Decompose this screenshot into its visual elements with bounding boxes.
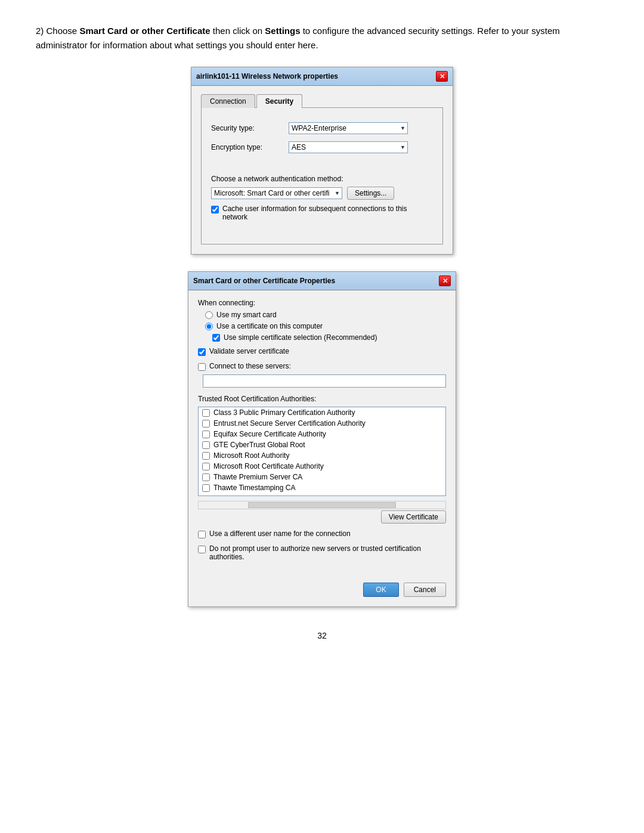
connect-servers-label: Connect to these servers: — [209, 362, 291, 370]
connect-servers-checkbox[interactable] — [198, 363, 206, 371]
dialog1-tab-panel: Security type: WPA2-Enterprise Encryptio… — [201, 107, 443, 244]
dialog2-titlebar: Smart Card or other Certificate Properti… — [188, 272, 456, 290]
use-smart-card-radio[interactable] — [205, 311, 213, 319]
cert-checkbox-4[interactable] — [202, 452, 210, 460]
simple-cert-checkbox-row: Use simple certificate selection (Recomm… — [198, 333, 446, 342]
connect-servers-row: Connect to these servers: — [198, 362, 446, 371]
cert-checkbox-5[interactable] — [202, 463, 210, 470]
use-different-username-row: Use a different user name for the connec… — [198, 529, 446, 538]
cert-checkbox-6[interactable] — [202, 473, 210, 481]
auth-method-row: Microsoft: Smart Card or other certifica… — [211, 187, 433, 200]
security-type-select[interactable]: WPA2-Enterprise — [289, 122, 408, 134]
dialog2-close-button[interactable]: ✕ — [439, 275, 451, 286]
encryption-type-row: Encryption type: AES — [211, 141, 433, 153]
dialog1-content: Connection Security Security type: WPA2-… — [191, 86, 453, 254]
cache-checkbox[interactable] — [211, 206, 219, 213]
simple-cert-label: Use simple certificate selection (Recomm… — [224, 333, 377, 342]
cert-checkbox-0[interactable] — [202, 409, 210, 417]
validate-server-row: Validate server certificate — [198, 347, 446, 356]
cert-checkbox-3[interactable] — [202, 441, 210, 449]
cert-item-2: Equifax Secure Certificate Authority — [199, 429, 445, 439]
dialog2-title: Smart Card or other Certificate Properti… — [193, 277, 335, 285]
security-type-label: Security type: — [211, 124, 289, 132]
cert-checkbox-7[interactable] — [202, 484, 210, 492]
cert-label-5: Microsoft Root Certificate Authority — [213, 462, 324, 470]
cert-item-1: Entrust.net Secure Server Certification … — [199, 418, 445, 429]
cert-label-0: Class 3 Public Primary Certification Aut… — [213, 408, 355, 417]
view-certificate-button[interactable]: View Certificate — [381, 510, 446, 524]
hscroll-thumb — [248, 502, 396, 508]
cert-item-0: Class 3 Public Primary Certification Aut… — [199, 407, 445, 418]
cache-checkbox-row: Cache user information for subsequent co… — [211, 205, 433, 221]
cert-label-2: Equifax Secure Certificate Authority — [213, 430, 326, 438]
security-type-select-wrapper: WPA2-Enterprise — [289, 122, 408, 134]
dialog1-titlebar: airlink101-11 Wireless Network propertie… — [191, 67, 453, 86]
cert-label-1: Entrust.net Secure Server Certification … — [213, 419, 366, 428]
do-not-prompt-label: Do not prompt user to authorize new serv… — [209, 544, 446, 561]
use-certificate-label: Use a certificate on this computer — [216, 322, 323, 330]
ok-button[interactable]: OK — [363, 583, 398, 597]
smart-card-properties-dialog: Smart Card or other Certificate Properti… — [188, 271, 456, 607]
encryption-type-select-wrapper: AES — [289, 141, 408, 153]
encryption-type-label: Encryption type: — [211, 143, 289, 151]
auth-section-label: Choose a network authentication method: — [211, 175, 433, 183]
dialog1-close-button[interactable]: ✕ — [436, 71, 448, 82]
horizontal-scrollbar[interactable] — [198, 501, 446, 509]
bold-smart-card: Smart Card or other Certificate — [79, 26, 210, 36]
auth-method-select[interactable]: Microsoft: Smart Card or other certifica… — [211, 187, 342, 199]
use-smart-card-label: Use my smart card — [216, 311, 277, 319]
intro-paragraph: 2) Choose Smart Card or other Certificat… — [36, 24, 572, 52]
dialog2-content: When connecting: Use my smart card Use a… — [188, 290, 456, 606]
do-not-prompt-row: Do not prompt user to authorize new serv… — [198, 544, 446, 561]
cancel-button[interactable]: Cancel — [404, 583, 446, 597]
cert-label-4: Microsoft Root Authority — [213, 451, 289, 460]
cert-item-4: Microsoft Root Authority — [199, 450, 445, 461]
settings-button[interactable]: Settings... — [347, 187, 394, 200]
cert-item-6: Thawte Premium Server CA — [199, 472, 445, 482]
wireless-network-properties-dialog: airlink101-11 Wireless Network propertie… — [191, 67, 453, 255]
cache-checkbox-label: Cache user information for subsequent co… — [222, 205, 433, 221]
trusted-root-label: Trusted Root Certification Authorities: — [198, 395, 446, 403]
use-different-username-checkbox[interactable] — [198, 531, 206, 538]
dialogs-container: airlink101-11 Wireless Network propertie… — [36, 67, 608, 607]
validate-server-label: Validate server certificate — [209, 347, 289, 355]
bottom-buttons: OK Cancel — [198, 583, 446, 597]
dialog1-tab-bar: Connection Security — [201, 94, 443, 108]
security-type-row: Security type: WPA2-Enterprise — [211, 122, 433, 134]
tab-connection[interactable]: Connection — [201, 94, 255, 108]
when-connecting-label: When connecting: — [198, 299, 446, 307]
cert-label-6: Thawte Premium Server CA — [213, 473, 302, 481]
validate-server-checkbox[interactable] — [198, 348, 206, 356]
use-certificate-radio[interactable] — [205, 323, 213, 330]
simple-cert-checkbox[interactable] — [212, 334, 220, 342]
dialog1-title: airlink101-11 Wireless Network propertie… — [196, 72, 338, 80]
page-number: 32 — [36, 631, 608, 640]
connect-servers-input[interactable] — [203, 374, 446, 388]
cert-checkbox-2[interactable] — [202, 431, 210, 438]
auth-method-select-wrapper: Microsoft: Smart Card or other certifica… — [211, 187, 342, 199]
cert-checkbox-1[interactable] — [202, 420, 210, 428]
view-cert-row: View Certificate — [198, 510, 446, 524]
cert-item-7: Thawte Timestamping CA — [199, 482, 445, 493]
encryption-type-select[interactable]: AES — [289, 141, 408, 153]
cert-item-3: GTE CyberTrust Global Root — [199, 439, 445, 450]
smart-card-radio-row: Use my smart card — [198, 311, 446, 319]
cert-list-box[interactable]: Class 3 Public Primary Certification Aut… — [198, 407, 446, 496]
bold-settings: Settings — [265, 26, 300, 36]
tab-security[interactable]: Security — [256, 94, 302, 108]
cert-label-7: Thawte Timestamping CA — [213, 484, 295, 492]
use-different-username-label: Use a different user name for the connec… — [209, 529, 351, 538]
use-certificate-radio-row: Use a certificate on this computer — [198, 322, 446, 330]
cert-label-3: GTE CyberTrust Global Root — [213, 441, 305, 449]
do-not-prompt-checkbox[interactable] — [198, 546, 206, 553]
cert-item-5: Microsoft Root Certificate Authority — [199, 461, 445, 472]
